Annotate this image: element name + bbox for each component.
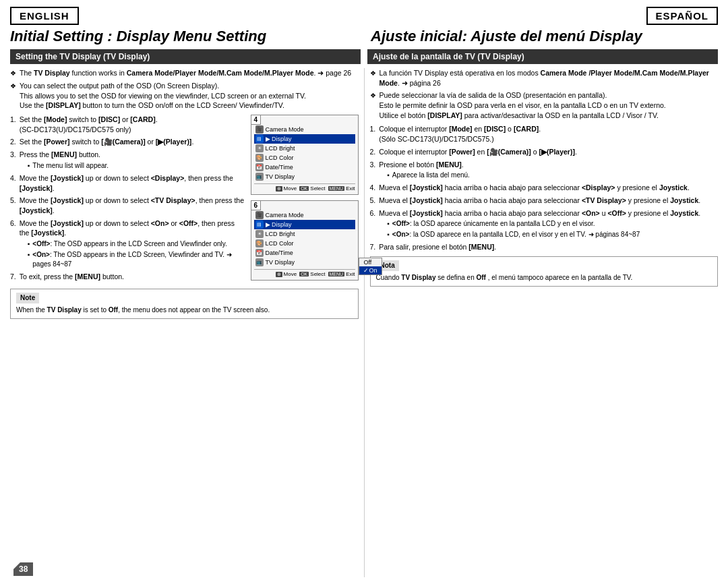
menu-row-tv: 📺 TV Display	[254, 172, 355, 181]
left-note-title: Note	[16, 293, 39, 303]
right-bullet-1-text: La función TV Display está operativa en …	[380, 68, 719, 88]
right-step-3: 3. Presione el botón [MENU]. ▪ Aparece l…	[370, 160, 719, 181]
right-step-text-6: Mueva el [Joystick] hacia arriba o hacia…	[379, 209, 700, 217]
left-bullet-2: ❖ You can select the output path of the …	[10, 81, 359, 111]
content-area: ❖ The TV Display function works in Camer…	[10, 68, 718, 577]
step-6-sub-2-text: <On>: The OSD appears in the LCD Screen,…	[32, 250, 245, 269]
right-bullet-1: ❖ La función TV Display está operativa e…	[370, 68, 719, 88]
right-step-6-sub-2: ▪ <On>: la OSD aparece en la pantalla LC…	[387, 230, 700, 239]
diagram-2-num: 6	[251, 200, 262, 210]
right-step-text-5: Mueva el [Joystick] hacia arriba o hacia…	[379, 196, 718, 206]
step-1: 1. Set the [Mode] switch to [DISC] or [C…	[10, 115, 245, 134]
disp2-icon: ▤	[255, 221, 264, 229]
bullet-diamond-r2: ❖	[370, 91, 376, 100]
display-icon: ▤	[255, 135, 264, 143]
step-7: 7. To exit, press the [MENU] button.	[10, 272, 245, 282]
left-steps: 1. Set the [Mode] switch to [DISC] or [C…	[10, 115, 245, 285]
footer-exit-label-2: Exit	[346, 271, 355, 277]
step-num-6: 6.	[10, 218, 16, 269]
footer-select-1: OK Select	[299, 185, 325, 192]
section-header-right: Ajuste de la pantalla de TV (TV Display)	[367, 49, 718, 64]
step-3: 3. Press the [MENU] button. ▪ The menu l…	[10, 150, 245, 171]
step-6: 6. Move the [Joystick] up or down to sel…	[10, 218, 245, 269]
left-bullet-2-text: You can select the output path of the OS…	[20, 81, 359, 111]
right-step-3-sub: ▪ Aparece la lista del menú.	[387, 171, 470, 180]
footer-select-label-2: Select	[310, 271, 325, 277]
title-left: Initial Setting : Display Menu Setting	[10, 28, 364, 45]
step-6-sub-1-text: <Off>: The OSD appears in the LCD Screen…	[32, 239, 227, 249]
footer-exit-1: MENU Exit	[328, 185, 355, 192]
step-4: 4. Move the [Joystick] up or down to sel…	[10, 173, 245, 193]
step-3-sub-text: The menu list will appear.	[32, 161, 109, 171]
right-bullet-2-text: Puede seleccionar la vía de salida de la…	[380, 90, 719, 120]
right-step-text-2: Coloque el interruptor [Power] en [🎥(Cam…	[379, 147, 718, 157]
footer-move-label-1: Move	[284, 185, 297, 192]
right-bullets: ❖ La función TV Display está operativa e…	[370, 68, 719, 120]
right-step-6-sub-1: ▪ <Off>: la OSD aparece únicamente en la…	[387, 219, 700, 229]
menu2-label-color: LCD Color	[266, 240, 354, 247]
steps-with-diagrams: 1. Set the [Mode] switch to [DISC] or [C…	[10, 115, 359, 285]
step-text-1: Set the [Mode] switch to [DISC] or [CARD…	[20, 115, 245, 134]
menu2-row-camera: 🎥 Camera Mode	[254, 210, 355, 220]
diagram-2-footer: ⊕ Move OK Select MENU Exit	[254, 269, 355, 277]
menu2-label-bright: LCD Bright	[266, 231, 354, 237]
right-step-num-5: 5.	[370, 196, 376, 206]
right-bullet-2: ❖ Puede seleccionar la vía de salida de …	[370, 90, 719, 120]
menu2-row-date: 📅 Date/Time	[254, 248, 355, 258]
lang-headers: ENGLISH ESPAÑOL	[10, 7, 718, 25]
step-num-2: 2.	[10, 137, 16, 147]
right-step-text-4: Mueva el [Joystick] hacia arriba o hacia…	[379, 183, 718, 193]
step-num-1: 1.	[10, 115, 16, 134]
title-right: Ajuste inicial: Ajuste del menú Display	[364, 28, 718, 45]
menu2-row-display: ▤ ▶ Display	[254, 220, 355, 229]
menu-row-display: ▤ ▶ Display	[254, 134, 355, 144]
footer-move-label-2: Move	[284, 271, 297, 277]
right-steps: 1. Coloque el interruptor [Mode] en [DIS…	[370, 124, 719, 252]
right-step-text-3: Presione el botón [MENU].	[379, 160, 464, 169]
menu2-row-bright: ☀ LCD Bright	[254, 229, 355, 239]
footer-exit-label-1: Exit	[346, 185, 355, 192]
date-icon: 📅	[255, 163, 264, 171]
menu-label-bright: LCD Bright	[266, 145, 354, 152]
menu-row-bright: ☀ LCD Bright	[254, 144, 355, 153]
step-text-7: To exit, press the [MENU] button.	[20, 272, 245, 282]
right-step-6-sub-1-text: <Off>: la OSD aparece únicamente en la p…	[392, 219, 595, 229]
right-column: ❖ La función TV Display está operativa e…	[365, 68, 719, 577]
step-num-4: 4.	[10, 173, 16, 193]
diagram-2-menu: 🎥 Camera Mode ▤ ▶ Display ☀ LCD Bright	[254, 210, 355, 267]
step-6-sub-1: ▪ <Off>: The OSD appears in the LCD Scre…	[28, 239, 245, 249]
footer-select-2: OK Select	[299, 271, 325, 277]
right-step-1: 1. Coloque el interruptor [Mode] en [DIS…	[370, 124, 719, 144]
right-step-3-sub-text: Aparece la lista del menú.	[392, 171, 470, 180]
step-text-3: Press the [MENU] button.	[20, 150, 100, 158]
cam2-icon: 🎥	[255, 211, 264, 219]
step-num-3: 3.	[10, 150, 16, 171]
bullet-diamond-r1: ❖	[370, 69, 376, 78]
menu-row-color: 🎨 LCD Color	[254, 153, 355, 163]
right-step-4: 4. Mueva el [Joystick] hacia arriba o ha…	[370, 183, 719, 193]
lang-espanol: ESPAÑOL	[646, 7, 718, 25]
bullet-diamond-2: ❖	[10, 82, 16, 91]
menu-label-color: LCD Color	[266, 154, 354, 161]
right-step-num-1: 1.	[370, 124, 376, 144]
right-step-num-2: 2.	[370, 147, 376, 157]
left-note-text: When the TV Display is set to Off, the m…	[16, 305, 353, 315]
step-text-5: Move the [Joystick] up or down to select…	[20, 196, 245, 215]
bullet-diamond-1: ❖	[10, 69, 16, 78]
right-step-num-7: 7.	[370, 242, 376, 252]
right-step-num-4: 4.	[370, 183, 376, 193]
lang-english: ENGLISH	[10, 7, 79, 25]
tv2-icon: 📺	[255, 258, 264, 266]
step-num-7: 7.	[10, 272, 16, 282]
step-3-sub: ▪ The menu list will appear.	[28, 161, 109, 171]
footer-select-label-1: Select	[310, 185, 325, 192]
menu2-label-tv: TV Display	[266, 259, 354, 266]
menu-label-tv: TV Display	[266, 173, 354, 180]
right-step-text-7: Para salir, presione el botón [MENU].	[379, 242, 718, 252]
step-text-2: Set the [Power] switch to [🎥(Camera)] or…	[20, 137, 245, 147]
menu2-label-date: Date/Time	[266, 250, 354, 256]
right-step-7: 7. Para salir, presione el botón [MENU].	[370, 242, 719, 252]
color-icon: 🎨	[255, 154, 264, 162]
right-step-6-sub-2-text: <On>: la OSD aparece en la pantalla LCD,…	[392, 230, 640, 239]
menu-label-camera: Camera Mode	[266, 126, 354, 133]
